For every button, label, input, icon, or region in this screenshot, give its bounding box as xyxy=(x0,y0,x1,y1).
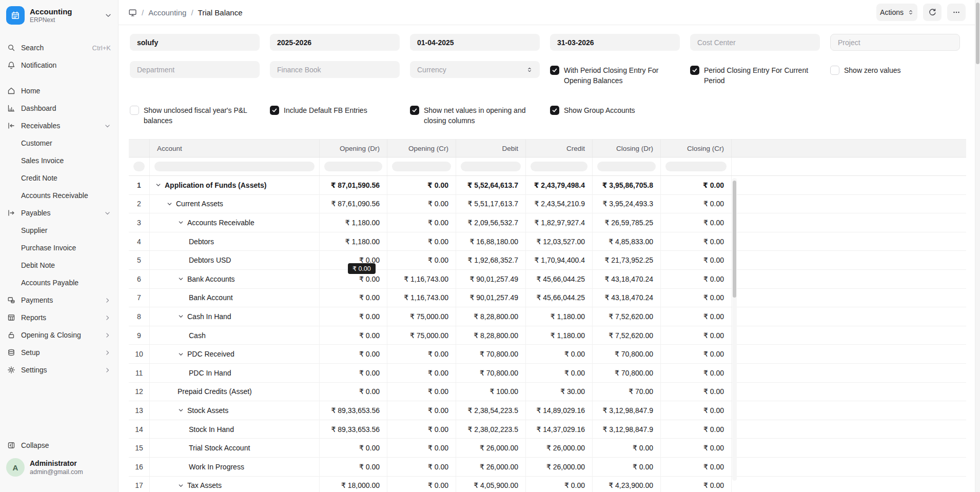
more-menu-button[interactable] xyxy=(947,4,966,21)
sidebar-notification[interactable]: Notification xyxy=(0,57,118,73)
account-cell-cash[interactable]: Cash xyxy=(150,326,320,345)
checkbox-checked-icon[interactable] xyxy=(550,66,559,75)
account-cell-debtors[interactable]: Debtors xyxy=(150,232,320,251)
table-row-accounts-receivable[interactable]: 3Accounts Receivable₹ 1,180.00₹ 0.00₹ 2,… xyxy=(129,213,966,232)
filter-input-2025-2026[interactable]: 2025-2026 xyxy=(270,34,400,51)
column-filter-input[interactable] xyxy=(597,162,656,171)
account-cell-tax-assets[interactable]: Tax Assets xyxy=(150,477,320,492)
column-filter-input[interactable] xyxy=(461,162,521,171)
column-filter-input[interactable] xyxy=(392,162,451,171)
sidebar-item-supplier[interactable]: Supplier xyxy=(0,222,118,239)
tree-expand-icon[interactable] xyxy=(155,182,162,188)
column-header-closing-dr[interactable]: Closing (Dr) xyxy=(593,140,661,157)
sidebar-item-home[interactable]: Home xyxy=(0,82,118,100)
table-row-pdc-received[interactable]: 10PDC Received₹ 0.00₹ 0.00₹ 70,800.00₹ 0… xyxy=(129,345,966,364)
sidebar-item-setup[interactable]: Setup xyxy=(0,344,118,361)
account-cell-bank-account[interactable]: Bank Account xyxy=(150,289,320,307)
account-cell-prepaid-credits-asset[interactable]: Prepaid Credits (Asset) xyxy=(150,383,320,401)
sidebar-item-customer[interactable]: Customer xyxy=(0,134,118,152)
column-header-opening-dr[interactable]: Opening (Dr) xyxy=(320,140,387,157)
sidebar-item-opening-closing[interactable]: Opening & Closing xyxy=(0,326,118,344)
tree-expand-icon[interactable] xyxy=(178,482,184,489)
breadcrumb-section[interactable]: Accounting xyxy=(148,8,186,17)
account-cell-stock-assets[interactable]: Stock Assets xyxy=(150,401,320,420)
column-header-closing-cr[interactable]: Closing (Cr) xyxy=(661,140,732,157)
filter-input-solufy[interactable]: solufy xyxy=(130,34,260,51)
account-cell-bank-accounts[interactable]: Bank Accounts xyxy=(150,270,320,288)
account-cell-pdc-in-hand[interactable]: PDC In Hand xyxy=(150,364,320,382)
table-row-tax-assets[interactable]: 17Tax Assets₹ 18,000.00₹ 0.00₹ 4,05,900.… xyxy=(129,477,966,492)
checkbox-checked-icon[interactable] xyxy=(550,106,559,115)
checkbox-checked-icon[interactable] xyxy=(270,106,279,115)
account-cell-cash-in-hand[interactable]: Cash In Hand xyxy=(150,307,320,326)
sidebar-collapse-button[interactable]: Collapse xyxy=(0,438,118,453)
table-row-current-assets[interactable]: 2Current Assets₹ 87,61,090.56₹ 0.00₹ 5,5… xyxy=(129,195,966,214)
table-row-work-in-progress[interactable]: 16Work In Progress₹ 0.00₹ 0.00₹ 26,000.0… xyxy=(129,458,966,477)
user-menu[interactable]: A Administrator admin@gmail.com xyxy=(0,458,118,477)
filter-input-currency[interactable]: Currency xyxy=(410,61,540,78)
sidebar-item-accounts-payable[interactable]: Accounts Payable xyxy=(0,274,118,291)
page-scrollbar-thumb[interactable] xyxy=(976,3,979,64)
table-row-bank-account[interactable]: 7Bank Account₹ 0.00₹ 1,16,743.00₹ 90,01,… xyxy=(129,289,966,308)
table-row-application-of-funds-assets[interactable]: 1Application of Funds (Assets)₹ 87,01,59… xyxy=(129,176,966,195)
sidebar-item-dashboard[interactable]: Dashboard xyxy=(0,100,118,117)
sidebar-item-payments[interactable]: Payments xyxy=(0,291,118,309)
filter-input-finance-book[interactable]: Finance Book xyxy=(270,61,400,78)
column-filter-input[interactable] xyxy=(531,162,587,171)
workspace-icon[interactable] xyxy=(128,8,137,17)
tree-expand-icon[interactable] xyxy=(178,351,184,358)
sidebar-item-accounts-receivable[interactable]: Accounts Receivable xyxy=(0,187,118,204)
table-row-debtors[interactable]: 4Debtors₹ 1,180.00₹ 0.00₹ 16,88,180.00₹ … xyxy=(129,232,966,251)
account-cell-application-of-funds-assets[interactable]: Application of Funds (Assets) xyxy=(150,176,320,194)
sidebar-item-reports[interactable]: Reports xyxy=(0,309,118,326)
table-row-stock-in-hand[interactable]: 14Stock In Hand₹ 89,33,653.56₹ 0.00₹ 2,3… xyxy=(129,420,966,439)
checkbox-with-period-closing-entry-for-opening-balances[interactable]: With Period Closing Entry For Opening Ba… xyxy=(550,65,673,86)
sidebar-item-settings[interactable]: Settings xyxy=(0,361,118,379)
column-header-account[interactable]: Account xyxy=(150,140,320,157)
checkbox-unchecked[interactable] xyxy=(830,66,839,75)
account-cell-trial-stock-account[interactable]: Trial Stock Account xyxy=(150,439,320,457)
checkbox-include-default-fb-entries[interactable]: Include Default FB Entries xyxy=(270,105,367,115)
filter-input-01-04-2025[interactable]: 01-04-2025 xyxy=(410,34,540,51)
checkbox-checked-icon[interactable] xyxy=(410,106,419,115)
column-filter-input[interactable] xyxy=(665,162,727,171)
table-row-debtors-usd[interactable]: 5Debtors USD₹ 0.00₹ 0.00₹ 1,92,68,352.7₹… xyxy=(129,251,966,270)
checkbox-checked-icon[interactable] xyxy=(690,66,699,75)
sidebar-search[interactable]: Search Ctrl+K xyxy=(0,40,118,55)
refresh-button[interactable] xyxy=(923,4,942,21)
checkbox-show-zero-values[interactable]: Show zero values xyxy=(830,65,901,75)
tree-expand-icon[interactable] xyxy=(178,313,184,320)
sidebar-item-receivables[interactable]: Receivables xyxy=(0,117,118,134)
account-cell-pdc-received[interactable]: PDC Received xyxy=(150,345,320,363)
sidebar-item-payables[interactable]: Payables xyxy=(0,204,118,222)
tree-expand-icon[interactable] xyxy=(178,219,184,226)
table-row-trial-stock-account[interactable]: 15Trial Stock Account₹ 0.00₹ 0.00₹ 26,00… xyxy=(129,439,966,458)
filter-input-31-03-2026[interactable]: 31-03-2026 xyxy=(550,34,680,51)
sidebar-item-credit-note[interactable]: Credit Note xyxy=(0,169,118,187)
account-cell-current-assets[interactable]: Current Assets xyxy=(150,195,320,213)
checkbox-period-closing-entry-for-current-period[interactable]: Period Closing Entry For Current Period xyxy=(690,65,813,86)
column-header-opening-cr[interactable]: Opening (Cr) xyxy=(387,140,456,157)
account-cell-stock-in-hand[interactable]: Stock In Hand xyxy=(150,420,320,439)
filter-input-department[interactable]: Department xyxy=(130,61,260,78)
tree-expand-icon[interactable] xyxy=(178,275,184,282)
sidebar-item-sales-invoice[interactable]: Sales Invoice xyxy=(0,152,118,169)
tree-expand-icon[interactable] xyxy=(166,201,173,207)
sidebar-item-purchase-invoice[interactable]: Purchase Invoice xyxy=(0,239,118,257)
table-row-bank-accounts[interactable]: 6Bank Accounts₹ 0.00₹ 1,16,743.00₹ 90,01… xyxy=(129,270,966,289)
checkbox-unchecked[interactable] xyxy=(130,106,139,115)
sidebar-item-debit-note[interactable]: Debit Note xyxy=(0,257,118,274)
account-cell-debtors-usd[interactable]: Debtors USD xyxy=(150,251,320,269)
table-row-prepaid-credits-asset[interactable]: 12Prepaid Credits (Asset)₹ 0.00₹ 0.00₹ 1… xyxy=(129,383,966,402)
table-row-pdc-in-hand[interactable]: 11PDC In Hand₹ 0.00₹ 0.00₹ 70,800.00₹ 0.… xyxy=(129,364,966,383)
actions-button[interactable]: Actions xyxy=(876,4,917,21)
workspace-switcher[interactable]: Accounting ERPNext xyxy=(0,4,118,27)
table-row-cash[interactable]: 9Cash₹ 0.00₹ 75,000.00₹ 8,28,800.00₹ 1,1… xyxy=(129,326,966,345)
checkbox-show-net-values-in-opening-and-closing-columns[interactable]: Show net values in opening and closing c… xyxy=(410,105,533,126)
checkbox-show-unclosed-fiscal-year-s-p-l-balances[interactable]: Show unclosed fiscal year's P&L balances xyxy=(130,105,252,126)
table-row-stock-assets[interactable]: 13Stock Assets₹ 89,33,653.56₹ 0.00₹ 2,38… xyxy=(129,401,966,420)
column-filter-input[interactable] xyxy=(133,162,145,171)
column-header-debit[interactable]: Debit xyxy=(456,140,526,157)
account-cell-work-in-progress[interactable]: Work In Progress xyxy=(150,458,320,476)
table-row-cash-in-hand[interactable]: 8Cash In Hand₹ 0.00₹ 75,000.00₹ 8,28,800… xyxy=(129,307,966,326)
